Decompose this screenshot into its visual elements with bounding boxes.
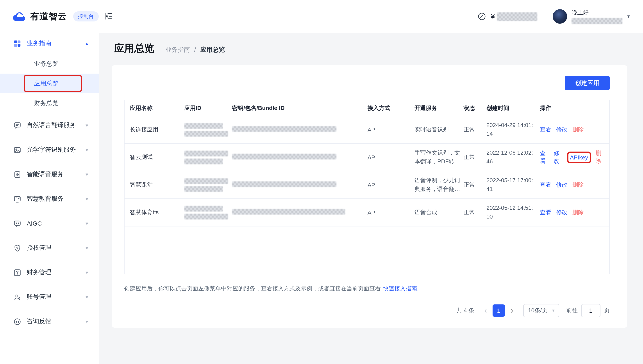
quick-start-guide-link[interactable]: 快速接入指南。 xyxy=(383,285,423,292)
sidebar-group-label: 咨询反馈 xyxy=(27,318,51,326)
sidebar-item-app-overview[interactable]: 应用总览 xyxy=(0,74,99,93)
cell-status: 正常 xyxy=(464,208,486,216)
page-size-value: 10条/页 xyxy=(528,306,547,314)
cell-operations: 查看 修改 APIkey 删除 xyxy=(540,149,609,165)
redacted-app-id xyxy=(184,214,228,219)
currency-symbol: ¥ xyxy=(491,12,495,20)
chevron-down-icon[interactable]: ▼ xyxy=(626,14,631,19)
sidebar-item-label: 应用总览 xyxy=(34,80,59,88)
help-note-text: 创建应用后，你可以点击页面左侧菜单中对应的服务，查看接入方式及示例，或者直接在当… xyxy=(124,285,381,292)
page-title: 应用总览 xyxy=(114,42,154,55)
sidebar-group-label: 授权管理 xyxy=(27,244,51,252)
col-header-key: 密钥/包名/Bundle ID xyxy=(232,104,368,112)
sidebar-group-label: 财务管理 xyxy=(27,268,51,276)
cell-operations: 查看 修改 删除 xyxy=(540,126,609,134)
redacted-app-id xyxy=(184,158,223,164)
sidebar-item-business-overview[interactable]: 业务总览 xyxy=(0,54,99,74)
table-row: 智慧课堂 API 语音评测，少儿词典服务，语音翻… 正常 2022-05-17 xyxy=(125,171,609,199)
cell-operations: 查看 修改 删除 xyxy=(540,208,609,216)
redacted-username xyxy=(571,18,622,24)
chevron-down-icon: ▼ xyxy=(85,246,89,250)
page-1-button[interactable]: 1 xyxy=(493,304,505,317)
page-unit-label: 页 xyxy=(604,306,610,314)
create-app-button[interactable]: 创建应用 xyxy=(565,76,610,90)
sidebar-group-voice[interactable]: 智能语音服务 ▼ xyxy=(0,162,99,186)
view-link[interactable]: 查看 xyxy=(540,149,549,165)
goto-page-input[interactable] xyxy=(581,304,600,317)
sidebar-group-label: 账号管理 xyxy=(27,293,51,301)
education-icon xyxy=(13,195,22,203)
chevron-down-icon: ▼ xyxy=(85,148,89,152)
sidebar-group-business-guide[interactable]: 业务指南 ▲ xyxy=(0,33,99,54)
sidebar-group-aigc[interactable]: AIGC ▼ xyxy=(0,211,99,236)
app-table: 应用名称 应用ID 密钥/包名/Bundle ID 接入方式 开通服务 状态 创… xyxy=(124,100,610,274)
delete-link[interactable]: 删除 xyxy=(572,126,584,134)
next-page-icon[interactable]: › xyxy=(507,306,517,314)
edit-link[interactable]: 修改 xyxy=(556,208,568,216)
avatar[interactable] xyxy=(553,9,567,24)
user-icon xyxy=(13,293,22,301)
table-row: 智云测试 API 手写作文识别，文本翻译，PDF转… 正常 2022-12-06 xyxy=(125,144,609,171)
prev-page-icon[interactable]: ‹ xyxy=(480,306,491,314)
sidebar-group-feedback[interactable]: 咨询反馈 ▼ xyxy=(0,309,99,334)
delete-link[interactable]: 删除 xyxy=(595,149,604,165)
sidebar-group-nlp-translate[interactable]: 自然语言翻译服务 ▼ xyxy=(0,113,99,138)
redacted-key xyxy=(232,126,336,132)
cell-operations: 查看 修改 删除 xyxy=(540,181,609,189)
edit-link[interactable]: 修改 xyxy=(556,181,568,189)
sidebar-group-ocr[interactable]: 光学字符识别服务 ▼ xyxy=(0,138,99,162)
cell-created: 2024-04-29 14:01:14 xyxy=(486,121,540,138)
cell-app-id xyxy=(184,178,232,192)
chevron-down-icon: ▼ xyxy=(85,123,89,128)
sidebar-group-finance[interactable]: 财务管理 ▼ xyxy=(0,260,99,285)
redacted-app-id xyxy=(184,186,223,192)
brand: 有道智云 控制台 xyxy=(12,0,99,33)
cell-app-name: 长连接应用 xyxy=(130,126,184,134)
console-badge: 控制台 xyxy=(73,12,99,22)
edit-link[interactable]: 修改 xyxy=(556,126,568,134)
delete-link[interactable]: 删除 xyxy=(572,181,584,189)
cell-key xyxy=(232,181,368,188)
sidebar-collapse-icon[interactable] xyxy=(104,12,113,21)
total-count: 共 4 条 xyxy=(456,306,474,314)
chevron-down-icon: ▼ xyxy=(85,172,89,177)
header-divider xyxy=(545,11,545,22)
sidebar-group-label: AIGC xyxy=(27,220,42,227)
sidebar-group-authorization[interactable]: 授权管理 ▼ xyxy=(0,236,99,260)
redacted-app-id xyxy=(184,178,228,184)
app-overview-card: 创建应用 应用名称 应用ID 密钥/包名/Bundle ID 接入方式 开通服务… xyxy=(112,65,627,328)
apikey-link-annotated[interactable]: APIkey xyxy=(568,153,590,162)
cell-status: 正常 xyxy=(464,153,486,161)
page-size-select[interactable]: 10条/页 ▼ xyxy=(523,304,559,317)
cell-key xyxy=(232,154,368,161)
col-header-services: 开通服务 xyxy=(414,104,464,112)
chevron-up-icon: ▲ xyxy=(85,41,89,46)
sidebar: 业务指南 ▲ 业务总览 应用总览 财务总览 自然语言翻译服务 ▼ xyxy=(0,33,99,334)
sidebar-item-finance-overview[interactable]: 财务总览 xyxy=(0,93,99,113)
header-right: ¥ 晚上好 ▼ xyxy=(477,0,631,33)
brand-name: 有道智云 xyxy=(30,10,67,22)
breadcrumb-separator: / xyxy=(194,46,196,53)
view-link[interactable]: 查看 xyxy=(540,126,551,134)
redacted-app-id xyxy=(184,123,223,128)
sidebar-group-education[interactable]: 智慧教育服务 ▼ xyxy=(0,186,99,211)
breadcrumb-parent[interactable]: 业务指南 xyxy=(165,46,190,53)
sidebar-group-account[interactable]: 账号管理 ▼ xyxy=(0,285,99,309)
view-link[interactable]: 查看 xyxy=(540,181,551,189)
cell-app-name: 智慧课堂 xyxy=(130,181,184,189)
cell-services: 实时语音识别 xyxy=(414,125,464,134)
cell-services: 语音评测，少儿词典服务，语音翻… xyxy=(414,176,464,194)
cell-app-id xyxy=(184,150,232,164)
delete-link[interactable]: 删除 xyxy=(572,208,584,216)
cell-app-id xyxy=(184,123,232,136)
user-meta: 晚上好 xyxy=(571,9,622,24)
cell-services: 手写作文识别，文本翻译，PDF转… xyxy=(414,148,464,166)
cell-app-name: 智慧体育tts xyxy=(130,208,184,216)
view-link[interactable]: 查看 xyxy=(540,208,551,216)
redacted-app-id xyxy=(184,150,228,156)
col-header-created: 创建时间 xyxy=(486,104,540,112)
edit-link[interactable]: 修改 xyxy=(554,149,563,165)
redacted-balance xyxy=(497,12,537,21)
smiley-icon xyxy=(13,317,22,326)
circled-slash-icon[interactable] xyxy=(477,12,486,21)
